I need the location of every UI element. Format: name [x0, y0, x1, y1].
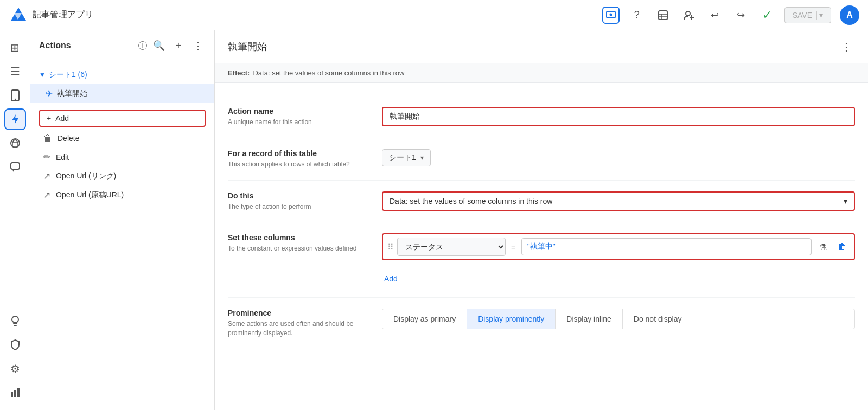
form-label-col-for-record: For a record of this table This action a…: [228, 149, 369, 169]
openurl1-label: Open Url (リンク): [56, 171, 116, 181]
sidebar-icon-chat[interactable]: [4, 156, 26, 178]
drag-handle-icon[interactable]: ⠿: [387, 242, 394, 252]
content-area: 執筆開始 ⋮ Effect: Data: set the values of s…: [215, 30, 868, 410]
prominence-option-1[interactable]: Display prominently: [467, 309, 556, 329]
for-record-dropdown-value: シート1: [389, 153, 416, 163]
context-menu-openurl1[interactable]: ↗ Open Url (リンク): [30, 166, 214, 185]
action-name-sublabel: A unique name for this action: [228, 118, 369, 127]
context-menu-add[interactable]: + Add: [39, 110, 206, 127]
effect-label: Effect:: [228, 69, 250, 77]
do-this-dropdown[interactable]: Data: set the values of some columns in …: [382, 191, 855, 211]
svg-rect-19: [14, 390, 16, 397]
form-row-do-this: Do this The type of action to perform Da…: [228, 181, 855, 223]
delete-column-btn[interactable]: 🗑: [834, 239, 850, 254]
panel-search-btn[interactable]: 🔍: [151, 38, 167, 53]
sidebar-icon-gear[interactable]: ⚙: [4, 358, 26, 380]
add-label: Add: [55, 114, 69, 123]
panel-list: ▼ シート1 (6) ✈ 執筆開始 + Add 🗑 Delete: [30, 61, 214, 410]
sidebar-icon-mobile[interactable]: [4, 85, 26, 106]
do-this-sublabel: The type of action to perform: [228, 202, 369, 212]
add-person-icon-btn[interactable]: [680, 7, 698, 24]
form-row-prominence: Prominence Some actions are used often a…: [228, 298, 855, 349]
form-label-col-prominence: Prominence Some actions are used often a…: [228, 309, 369, 338]
save-label: SAVE: [793, 11, 812, 20]
help-icon-btn[interactable]: ?: [628, 7, 646, 24]
set-columns-sublabel: To the constant or expression values def…: [228, 244, 369, 253]
action-name-input[interactable]: [382, 107, 855, 126]
app-logo: 記事管理アプリ: [9, 5, 93, 25]
panel-header-icons: 🔍 + ⋮: [151, 38, 206, 53]
expression-input[interactable]: [521, 238, 812, 255]
do-this-label: Do this: [228, 191, 369, 200]
form-label-col-do-this: Do this The type of action to perform: [228, 191, 369, 212]
topbar-icons: ? ↩ ↪ ✓ SAVE ▾ A: [602, 5, 859, 25]
form-row-set-columns: Set these columns To the constant or exp…: [228, 222, 855, 298]
context-menu-openurl2[interactable]: ↗ Open Url (原稿URL): [30, 185, 214, 204]
form-input-col-for-record: シート1 ▾: [382, 149, 855, 166]
prominence-sublabel: Some actions are used often and should b…: [228, 319, 369, 338]
check-icon-btn[interactable]: ✓: [758, 7, 776, 24]
action-item-label-0: 執筆開始: [57, 89, 87, 99]
svg-rect-4: [659, 11, 667, 20]
action-name-label: Action name: [228, 107, 369, 116]
sidebar-icon-list[interactable]: ☰: [4, 61, 26, 82]
openurl2-icon: ↗: [43, 190, 50, 200]
prominence-label: Prominence: [228, 309, 369, 317]
redo-icon-btn[interactable]: ↪: [732, 7, 750, 24]
content-title: 執筆開始: [228, 40, 838, 53]
effect-bar: Effect: Data: set the values of some col…: [215, 63, 868, 83]
action-item-0[interactable]: ✈ 執筆開始: [30, 84, 214, 103]
panel-info-badge: i: [138, 41, 147, 50]
context-menu: + Add 🗑 Delete ✏ Edit ↗ Open Url (リンク) ↗: [30, 103, 214, 209]
add-column-btn[interactable]: Add: [382, 271, 400, 286]
sidebar-icon-lightning[interactable]: [4, 108, 26, 130]
prominence-option-3[interactable]: Do not display: [623, 309, 693, 329]
save-caret-icon: ▾: [816, 11, 823, 20]
context-menu-edit[interactable]: ✏ Edit: [30, 148, 214, 166]
panel-add-btn[interactable]: +: [171, 38, 186, 53]
sidebar-icon-grid[interactable]: ⊞: [4, 37, 26, 59]
form-input-col-prominence: Display as primary Display prominently D…: [382, 309, 855, 329]
column-name-select[interactable]: ステータス: [397, 238, 506, 256]
form-row-action-name: Action name A unique name for this actio…: [228, 96, 855, 138]
edit-icon: ✏: [43, 152, 50, 162]
logo-icon: [9, 5, 28, 25]
panel-sidebar: Actions i 🔍 + ⋮ ▼ シート1 (6) ✈ 執筆開始: [30, 30, 215, 410]
sidebar-icon-shop[interactable]: [4, 132, 26, 154]
avatar[interactable]: A: [840, 5, 859, 25]
content-topbar: 執筆開始 ⋮: [215, 30, 868, 63]
delete-icon: 🗑: [43, 133, 52, 143]
undo-icon-btn[interactable]: ↩: [706, 7, 724, 24]
svg-rect-15: [12, 142, 18, 146]
equals-sign: =: [511, 242, 516, 252]
preview-icon-btn[interactable]: [602, 7, 620, 24]
context-menu-delete[interactable]: 🗑 Delete: [30, 129, 214, 148]
app-name: 記事管理アプリ: [33, 9, 93, 21]
panel-header: Actions i 🔍 + ⋮: [30, 30, 214, 61]
sheet-group: ▼ シート1 (6) ✈ 執筆開始: [30, 66, 214, 103]
prominence-option-2[interactable]: Display inline: [556, 309, 622, 329]
svg-point-12: [14, 99, 15, 100]
form-area: Action name A unique name for this actio…: [215, 83, 868, 362]
svg-point-3: [609, 13, 612, 16]
save-button[interactable]: SAVE ▾: [784, 7, 831, 23]
svg-marker-13: [12, 114, 18, 124]
svg-rect-20: [17, 388, 20, 397]
form-input-col-do-this: Data: set the values of some columns in …: [382, 191, 855, 211]
table-icon-btn[interactable]: [654, 7, 672, 24]
sidebar-icon-shield[interactable]: [4, 334, 26, 356]
form-row-for-record: For a record of this table This action a…: [228, 138, 855, 181]
flask-icon-btn[interactable]: ⚗: [815, 239, 831, 255]
svg-rect-18: [11, 392, 13, 397]
sidebar-icon-chart[interactable]: [4, 382, 26, 403]
for-record-dropdown-caret: ▾: [420, 154, 424, 162]
sidebar-icon-bulb[interactable]: [4, 310, 26, 332]
form-label-col-set-columns: Set these columns To the constant or exp…: [228, 233, 369, 253]
panel-more-btn[interactable]: ⋮: [190, 38, 206, 53]
content-more-btn[interactable]: ⋮: [838, 38, 855, 55]
add-icon: +: [47, 114, 51, 123]
for-record-dropdown[interactable]: シート1 ▾: [382, 149, 431, 166]
form-input-col-action-name: [382, 107, 855, 126]
sheet-header[interactable]: ▼ シート1 (6): [30, 66, 214, 84]
prominence-option-0[interactable]: Display as primary: [382, 309, 467, 329]
